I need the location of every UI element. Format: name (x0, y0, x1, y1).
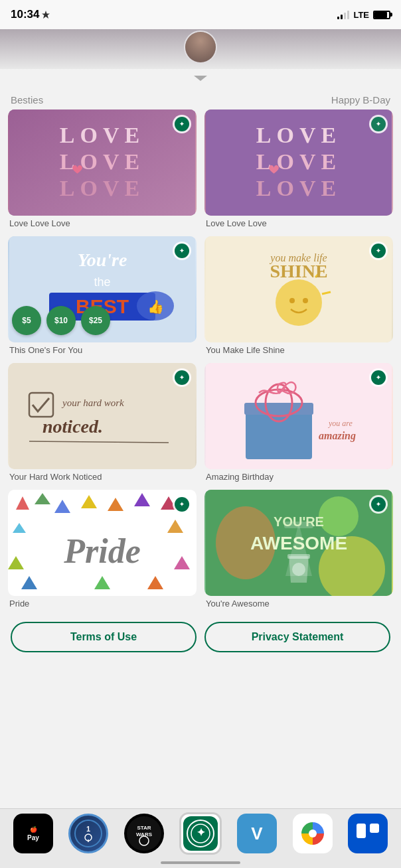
svg-rect-83 (370, 824, 379, 833)
avatar-image (185, 32, 216, 62)
svg-text:1: 1 (86, 825, 90, 833)
category-label-bday: Happy B-Day (331, 94, 390, 106)
card-svg-hardwork: your hard work noticed. (8, 363, 197, 469)
avatar[interactable] (184, 31, 217, 64)
svg-text:Pay: Pay (27, 834, 39, 841)
signal-bar-2 (341, 15, 343, 19)
dock-app-venmo[interactable]: V (237, 814, 277, 853)
starbucks-circle-2: ✦ (371, 117, 386, 131)
svg-point-61 (292, 563, 305, 576)
svg-rect-62 (17, 817, 50, 850)
svg-text:YOU'RE: YOU'RE (274, 514, 324, 529)
card-besties-love[interactable]: LOVE LOVE LOVE ✦ Love Love Love (8, 109, 197, 228)
svg-text:👍: 👍 (147, 299, 164, 315)
signal-bars (337, 10, 349, 19)
starbucks-logo-8: ✦ (369, 495, 388, 514)
card-image-hardwork[interactable]: your hard work noticed. ✦ (8, 363, 197, 469)
card-bday-love[interactable]: LOVE LOVE LOVE ✦ Love Love Love (204, 109, 393, 228)
svg-text:you are: you are (328, 419, 353, 428)
buttons-row: Terms of Use Privacy Statement (8, 614, 393, 663)
card-name-awesome: You're Awesome (204, 599, 393, 609)
card-image-awesome[interactable]: YOU'RE AWESOME ✦ (204, 490, 393, 596)
svg-text:amazing: amazing (319, 430, 356, 442)
starbucks-logo-6: ✦ (369, 368, 388, 387)
starbucks-circle-6: ✦ (371, 370, 386, 385)
svg-rect-81 (350, 816, 386, 851)
dock-app-star-wars[interactable]: STAR WARS (124, 814, 164, 853)
price-badge-5[interactable]: $5 (12, 306, 41, 335)
svg-point-56 (319, 496, 359, 536)
svg-text:LOVE: LOVE (256, 149, 341, 174)
starbucks-circle-5: ✦ (175, 370, 189, 385)
svg-point-17 (276, 279, 322, 326)
price-badge-10[interactable]: $10 (46, 306, 76, 335)
dock-app-apple-pay[interactable]: 🍎 Pay (13, 814, 53, 853)
chevron-container[interactable] (0, 69, 401, 88)
svg-text:the: the (94, 275, 110, 289)
card-image-bday[interactable]: LOVE LOVE LOVE ✦ (204, 109, 393, 216)
starbucks-circle-4: ✦ (371, 244, 386, 258)
venmo-icon: V (239, 816, 275, 851)
starbucks-circle-8: ✦ (371, 497, 386, 512)
card-name-bday: Love Love Love (204, 218, 393, 228)
lte-label: LTE (353, 10, 369, 20)
status-right-icons: LTE (337, 10, 390, 20)
dock-app-google-photos[interactable] (293, 814, 333, 853)
starbucks-logo-2: ✦ (369, 115, 388, 133)
starbucks-circle-1: ✦ (175, 117, 189, 131)
card-pride[interactable]: Pride ✦ Pride (8, 490, 197, 609)
card-image-besties[interactable]: LOVE LOVE LOVE ✦ (8, 109, 197, 216)
card-image-shine[interactable]: you make life SHINE ✦ (204, 236, 393, 342)
card-name-pride: Pride (8, 599, 197, 609)
svg-text:LOVE: LOVE (60, 176, 145, 200)
trello-icon (350, 816, 386, 851)
svg-rect-82 (357, 824, 366, 838)
card-svg-besties: LOVE LOVE LOVE (8, 109, 197, 216)
price-badges: $5 $10 $25 (8, 306, 110, 335)
card-amazing-birthday[interactable]: you are amazing ✦ Amazing Birthday (204, 363, 393, 482)
terms-of-use-button[interactable]: Terms of Use (11, 622, 197, 652)
card-svg-pride: Pride (8, 490, 197, 596)
card-image-amazingbd[interactable]: you are amazing ✦ (204, 363, 393, 469)
dock: 🍎 Pay 1 STAR WARS ✦ (0, 808, 401, 868)
svg-text:✦: ✦ (196, 827, 205, 838)
category-row-1: Besties Happy B-Day (8, 88, 393, 109)
status-bar: 10:34 LTE (0, 0, 401, 29)
card-image-pride[interactable]: Pride ✦ (8, 490, 197, 596)
card-youre-best[interactable]: You're the BEST 👍 ✦ $5 $10 $25 (8, 236, 197, 355)
card-hardwork[interactable]: your hard work noticed. ✦ Your Hard Work… (8, 363, 197, 482)
google-photos-icon (295, 816, 331, 851)
dock-app-starbucks-selected[interactable]: ✦ (179, 812, 222, 855)
svg-text:LOVE: LOVE (256, 123, 341, 147)
price-badge-25[interactable]: $25 (81, 306, 110, 335)
starbucks-logo-5: ✦ (173, 368, 191, 387)
starbucks-logo-4: ✦ (369, 242, 388, 260)
card-shine[interactable]: you make life SHINE ✦ You Make Life Shin… (204, 236, 393, 355)
category-label-besties: Besties (11, 94, 43, 106)
card-name-shine: You Make Life Shine (204, 345, 393, 355)
starbucks-circle-7: ✦ (175, 497, 189, 512)
svg-point-80 (309, 830, 317, 837)
chevron-down-icon[interactable] (194, 76, 207, 81)
svg-text:AWESOME: AWESOME (250, 533, 347, 553)
svg-text:LOVE: LOVE (256, 176, 341, 200)
svg-rect-60 (287, 554, 310, 559)
signal-bar-4 (347, 11, 349, 19)
main-content: Besties Happy B-Day LOVE LOVE (0, 88, 401, 663)
profile-area (0, 29, 401, 69)
card-svg-bday: LOVE LOVE LOVE (204, 109, 393, 216)
card-name-besties: Love Love Love (8, 218, 197, 228)
card-grid: LOVE LOVE LOVE ✦ Love Love Love LOVE LOV… (8, 109, 393, 614)
card-awesome[interactable]: YOU'RE AWESOME ✦ You're Awesome (204, 490, 393, 609)
dock-app-1password[interactable]: 1 (68, 814, 108, 853)
dock-app-trello[interactable] (348, 814, 388, 853)
svg-text:STAR: STAR (137, 825, 151, 831)
1password-icon: 1 (74, 819, 103, 848)
starbucks-circle-3: ✦ (175, 244, 189, 258)
card-name-amazingbd: Amazing Birthday (204, 472, 393, 482)
home-indicator (161, 861, 240, 864)
svg-point-21 (289, 298, 295, 303)
svg-rect-32 (244, 403, 313, 415)
card-name-best: This One's For You (8, 345, 197, 355)
privacy-statement-button[interactable]: Privacy Statement (204, 622, 390, 652)
